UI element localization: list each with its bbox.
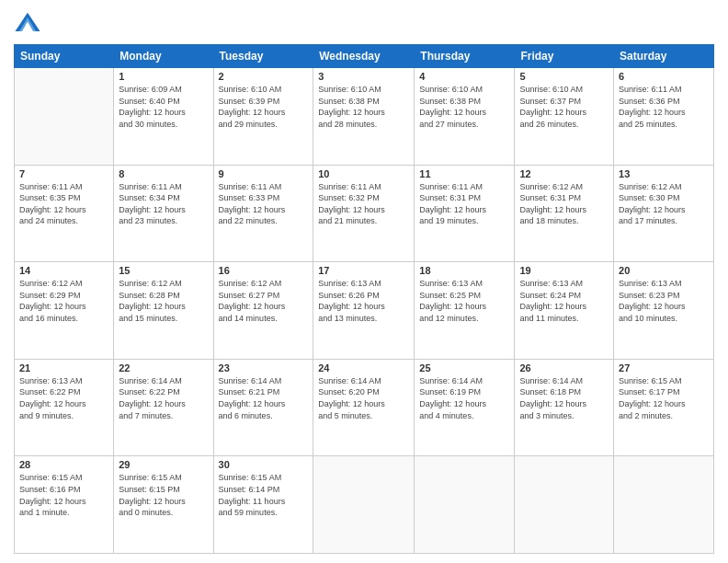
day-number: 3: [318, 71, 409, 82]
calendar-header-monday: Monday: [114, 45, 213, 68]
day-number: 23: [219, 362, 309, 373]
calendar-header-sunday: Sunday: [15, 45, 114, 68]
day-info: Sunrise: 6:13 AM Sunset: 6:24 PM Dayligh…: [519, 278, 609, 324]
calendar-cell-7: 7Sunrise: 6:11 AM Sunset: 6:35 PM Daylig…: [15, 165, 114, 262]
calendar-cell-25: 25Sunrise: 6:14 AM Sunset: 6:19 PM Dayli…: [415, 359, 515, 456]
day-number: 6: [619, 71, 709, 82]
calendar-cell-12: 12Sunrise: 6:12 AM Sunset: 6:31 PM Dayli…: [515, 165, 614, 262]
day-info: Sunrise: 6:15 AM Sunset: 6:16 PM Dayligh…: [19, 472, 108, 518]
day-info: Sunrise: 6:10 AM Sunset: 6:38 PM Dayligh…: [419, 84, 509, 130]
day-number: 27: [619, 362, 709, 373]
day-number: 30: [219, 459, 309, 470]
day-info: Sunrise: 6:11 AM Sunset: 6:36 PM Dayligh…: [619, 84, 709, 130]
calendar-cell-empty: [515, 456, 614, 554]
calendar-header-saturday: Saturday: [614, 45, 714, 68]
day-info: Sunrise: 6:15 AM Sunset: 6:17 PM Dayligh…: [619, 375, 709, 421]
day-info: Sunrise: 6:11 AM Sunset: 6:34 PM Dayligh…: [119, 181, 208, 227]
calendar-cell-empty: [15, 68, 114, 166]
calendar-cell-18: 18Sunrise: 6:13 AM Sunset: 6:25 PM Dayli…: [415, 262, 515, 360]
day-number: 5: [519, 71, 609, 82]
day-info: Sunrise: 6:15 AM Sunset: 6:14 PM Dayligh…: [219, 472, 309, 518]
day-number: 9: [219, 168, 309, 179]
day-info: Sunrise: 6:12 AM Sunset: 6:28 PM Dayligh…: [119, 278, 208, 324]
day-info: Sunrise: 6:10 AM Sunset: 6:39 PM Dayligh…: [219, 84, 309, 130]
day-number: 8: [119, 168, 208, 179]
day-number: 28: [19, 459, 108, 470]
day-number: 29: [119, 459, 208, 470]
calendar-cell-11: 11Sunrise: 6:11 AM Sunset: 6:31 PM Dayli…: [415, 165, 515, 262]
calendar-cell-15: 15Sunrise: 6:12 AM Sunset: 6:28 PM Dayli…: [114, 262, 213, 360]
day-number: 17: [318, 265, 409, 276]
day-info: Sunrise: 6:12 AM Sunset: 6:31 PM Dayligh…: [519, 181, 609, 227]
day-number: 13: [619, 168, 709, 179]
day-info: Sunrise: 6:13 AM Sunset: 6:23 PM Dayligh…: [619, 278, 709, 324]
day-info: Sunrise: 6:11 AM Sunset: 6:33 PM Dayligh…: [219, 181, 309, 227]
calendar-cell-26: 26Sunrise: 6:14 AM Sunset: 6:18 PM Dayli…: [515, 359, 614, 456]
day-info: Sunrise: 6:14 AM Sunset: 6:21 PM Dayligh…: [219, 375, 309, 421]
page: SundayMondayTuesdayWednesdayThursdayFrid…: [0, 0, 728, 563]
day-number: 18: [419, 265, 509, 276]
logo-icon: [14, 9, 41, 37]
calendar-cell-30: 30Sunrise: 6:15 AM Sunset: 6:14 PM Dayli…: [213, 456, 313, 554]
calendar-week-0: 1Sunrise: 6:09 AM Sunset: 6:40 PM Daylig…: [15, 68, 714, 166]
day-number: 14: [19, 265, 108, 276]
day-info: Sunrise: 6:12 AM Sunset: 6:27 PM Dayligh…: [219, 278, 309, 324]
calendar-cell-24: 24Sunrise: 6:14 AM Sunset: 6:20 PM Dayli…: [313, 359, 415, 456]
header: [14, 9, 714, 37]
calendar-header-wednesday: Wednesday: [313, 45, 415, 68]
calendar-header-thursday: Thursday: [415, 45, 515, 68]
day-number: 10: [318, 168, 409, 179]
calendar-cell-4: 4Sunrise: 6:10 AM Sunset: 6:38 PM Daylig…: [415, 68, 515, 166]
calendar-cell-29: 29Sunrise: 6:15 AM Sunset: 6:15 PM Dayli…: [114, 456, 213, 554]
day-info: Sunrise: 6:14 AM Sunset: 6:18 PM Dayligh…: [519, 375, 609, 421]
day-number: 21: [19, 362, 108, 373]
day-info: Sunrise: 6:11 AM Sunset: 6:35 PM Dayligh…: [19, 181, 108, 227]
calendar-cell-1: 1Sunrise: 6:09 AM Sunset: 6:40 PM Daylig…: [114, 68, 213, 166]
day-info: Sunrise: 6:14 AM Sunset: 6:20 PM Dayligh…: [318, 375, 409, 421]
day-number: 12: [519, 168, 609, 179]
calendar-cell-19: 19Sunrise: 6:13 AM Sunset: 6:24 PM Dayli…: [515, 262, 614, 360]
logo: [14, 9, 45, 37]
day-info: Sunrise: 6:10 AM Sunset: 6:38 PM Dayligh…: [318, 84, 409, 130]
calendar-week-3: 21Sunrise: 6:13 AM Sunset: 6:22 PM Dayli…: [15, 359, 714, 456]
calendar-table: SundayMondayTuesdayWednesdayThursdayFrid…: [14, 44, 714, 554]
day-info: Sunrise: 6:14 AM Sunset: 6:22 PM Dayligh…: [119, 375, 208, 421]
calendar-cell-6: 6Sunrise: 6:11 AM Sunset: 6:36 PM Daylig…: [614, 68, 714, 166]
day-info: Sunrise: 6:13 AM Sunset: 6:22 PM Dayligh…: [19, 375, 108, 421]
day-number: 7: [19, 168, 108, 179]
calendar-cell-28: 28Sunrise: 6:15 AM Sunset: 6:16 PM Dayli…: [15, 456, 114, 554]
day-number: 11: [419, 168, 509, 179]
calendar-week-2: 14Sunrise: 6:12 AM Sunset: 6:29 PM Dayli…: [15, 262, 714, 360]
calendar-header-friday: Friday: [515, 45, 614, 68]
calendar-header-row: SundayMondayTuesdayWednesdayThursdayFrid…: [15, 45, 714, 68]
day-info: Sunrise: 6:13 AM Sunset: 6:25 PM Dayligh…: [419, 278, 509, 324]
day-info: Sunrise: 6:12 AM Sunset: 6:29 PM Dayligh…: [19, 278, 108, 324]
calendar-header-tuesday: Tuesday: [213, 45, 313, 68]
day-info: Sunrise: 6:10 AM Sunset: 6:37 PM Dayligh…: [519, 84, 609, 130]
calendar-cell-16: 16Sunrise: 6:12 AM Sunset: 6:27 PM Dayli…: [213, 262, 313, 360]
calendar-cell-9: 9Sunrise: 6:11 AM Sunset: 6:33 PM Daylig…: [213, 165, 313, 262]
day-number: 24: [318, 362, 409, 373]
calendar-cell-23: 23Sunrise: 6:14 AM Sunset: 6:21 PM Dayli…: [213, 359, 313, 456]
calendar-cell-10: 10Sunrise: 6:11 AM Sunset: 6:32 PM Dayli…: [313, 165, 415, 262]
day-info: Sunrise: 6:11 AM Sunset: 6:32 PM Dayligh…: [318, 181, 409, 227]
day-info: Sunrise: 6:12 AM Sunset: 6:30 PM Dayligh…: [619, 181, 709, 227]
calendar-cell-8: 8Sunrise: 6:11 AM Sunset: 6:34 PM Daylig…: [114, 165, 213, 262]
calendar-cell-3: 3Sunrise: 6:10 AM Sunset: 6:38 PM Daylig…: [313, 68, 415, 166]
day-info: Sunrise: 6:11 AM Sunset: 6:31 PM Dayligh…: [419, 181, 509, 227]
calendar-cell-21: 21Sunrise: 6:13 AM Sunset: 6:22 PM Dayli…: [15, 359, 114, 456]
day-number: 2: [219, 71, 309, 82]
calendar-cell-14: 14Sunrise: 6:12 AM Sunset: 6:29 PM Dayli…: [15, 262, 114, 360]
calendar-week-1: 7Sunrise: 6:11 AM Sunset: 6:35 PM Daylig…: [15, 165, 714, 262]
day-number: 16: [219, 265, 309, 276]
day-number: 22: [119, 362, 208, 373]
day-number: 19: [519, 265, 609, 276]
calendar-cell-5: 5Sunrise: 6:10 AM Sunset: 6:37 PM Daylig…: [515, 68, 614, 166]
day-number: 4: [419, 71, 509, 82]
day-number: 25: [419, 362, 509, 373]
calendar-cell-27: 27Sunrise: 6:15 AM Sunset: 6:17 PM Dayli…: [614, 359, 714, 456]
day-number: 15: [119, 265, 208, 276]
calendar-cell-22: 22Sunrise: 6:14 AM Sunset: 6:22 PM Dayli…: [114, 359, 213, 456]
day-info: Sunrise: 6:14 AM Sunset: 6:19 PM Dayligh…: [419, 375, 509, 421]
calendar-cell-empty: [415, 456, 515, 554]
